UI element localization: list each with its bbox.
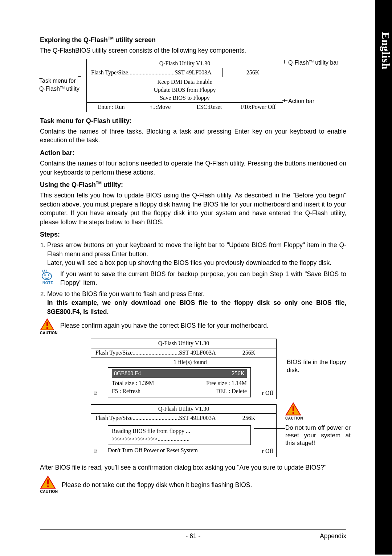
dont-turnoff-text: Don't Turn Off Power or Reset System [108, 446, 273, 454]
annotation-bios-file: BIOS file in the floppy disk. [287, 358, 348, 374]
svg-rect-9 [293, 412, 294, 414]
note-label: NOTE [40, 281, 56, 286]
svg-rect-6 [46, 322, 48, 326]
using-paragraph: This section tells you how to update BIO… [40, 191, 346, 226]
heading-task-menu: Task menu for Q-Flash utility: [40, 116, 346, 126]
qflash3-size: 256K [221, 414, 276, 422]
caution-icon [40, 318, 54, 331]
caution-label: CAUTION [40, 331, 56, 336]
diagram-1: Q-Flash Utility V1.30 Flash Type/Size...… [40, 59, 346, 112]
partial-text-left: E [94, 389, 98, 397]
qflash2-title: Q-Flash Utility V1.30 [91, 339, 276, 348]
qflash-title: Q-Flash Utility V1.30 [87, 59, 283, 68]
caution-label-3: CAUTION [40, 489, 58, 494]
note-save-bios: NOTE If you want to save the current BIO… [40, 270, 346, 287]
steps-list-cont: Move to the BIOS file you want to flash … [40, 290, 346, 316]
diagram-3: Q-Flash Utility V1.30 Flash Type/Size...… [91, 404, 312, 457]
task-menu-items: Keep DMI Data Enable Update BIOS from Fl… [87, 77, 283, 103]
svg-line-4 [44, 270, 45, 272]
after-read-paragraph: After BIOS file is read, you'll see a co… [40, 463, 346, 472]
qflash-screen-3: Q-Flash Utility V1.30 Flash Type/Size...… [91, 404, 277, 457]
progress-text: >>>>>>>>>>>>>>...................... [112, 435, 247, 443]
page-number: - 61 - [91, 532, 295, 540]
heading-steps: Steps: [40, 230, 346, 239]
annotation-do-not-turn-off: Do not turn off power or reset your syst… [285, 424, 351, 447]
heading-exploring: Exploring the Q-FlashTM utility screen [40, 36, 346, 45]
caution-icon [40, 475, 56, 489]
qflash3-type: Flash Type/Size.........................… [91, 414, 221, 422]
partial-text-right: r Off [262, 389, 273, 397]
files-found: 1 file(s) found [108, 358, 273, 367]
svg-point-1 [44, 274, 46, 276]
svg-line-3 [42, 270, 44, 273]
step-1: Press arrow buttons on your keyboard to … [47, 241, 346, 267]
diagram-2: Q-Flash Utility V1.30 Flash Type/Size...… [91, 339, 312, 399]
file-highlighted[interactable]: 8GE800.F4 256K [112, 369, 247, 378]
total-size: Total size : 1.39M [112, 379, 154, 387]
action-bar-items: Enter : Run ↑↓:Move ESC:Reset F10:Power … [87, 103, 283, 111]
language-tab-label: English [375, 32, 392, 70]
file-list-box: 8GE800.F4 256K Total size : 1.39M Free s… [108, 367, 251, 397]
reading-box: Reading BIOS file from floppy ... >>>>>>… [108, 425, 251, 445]
flash-type-size: Flash Type/Size.........................… [87, 68, 222, 77]
svg-point-2 [48, 274, 49, 276]
task-menu-paragraph: Contains the names of three tasks. Block… [40, 127, 346, 145]
qflash2-size: 256K [221, 348, 276, 357]
partial-text-left-3: E [94, 447, 98, 455]
action-bar-paragraph: Contains the names of four actions neede… [40, 159, 346, 177]
steps-list: Press arrow buttons on your keyboard to … [40, 241, 346, 267]
qflash2-type: Flash Type/Size.........................… [91, 348, 221, 357]
delete-hint: DEL : Delete [216, 387, 247, 395]
label-task-menu: Task menu forQ-FlashTM utility [39, 77, 83, 93]
svg-rect-11 [47, 486, 49, 487]
qflash3-title: Q-Flash Utility V1.30 [91, 405, 276, 414]
svg-rect-7 [46, 327, 48, 329]
language-tab: English [375, 0, 392, 555]
caution-icon [285, 402, 301, 416]
heading-using: Using the Q-FlashTM utility: [40, 180, 346, 189]
caution-floppy: CAUTION Please do not take out the flopp… [40, 475, 346, 494]
section-name: Appendix [295, 532, 346, 540]
file-name: 8GE800.F4 [114, 369, 141, 377]
qflash-screen-1: Q-Flash Utility V1.30 Flash Type/Size...… [86, 59, 283, 112]
svg-rect-10 [47, 479, 49, 484]
note-icon [40, 270, 54, 281]
heading-action-bar: Action bar: [40, 148, 346, 158]
flash-size: 256K [222, 68, 283, 77]
exploring-paragraph: The Q-FlashBIOS utility screen consists … [40, 46, 346, 55]
caution-label-2: CAUTION [285, 416, 303, 421]
step-2: Move to the BIOS file you want to flash … [47, 290, 346, 316]
qflash-screen-2: Q-Flash Utility V1.30 Flash Type/Size...… [91, 339, 277, 399]
file-size: 256K [232, 369, 245, 377]
page-footer: - 61 - Appendix [40, 529, 346, 540]
label-action-bar: Action bar [288, 97, 314, 105]
refresh-hint: F5 : Refresh [112, 387, 140, 395]
caution-confirm-file: CAUTION Please confirm again you have th… [40, 318, 346, 336]
label-utility-bar: Q-FlashTM utility bar [288, 59, 338, 67]
page-content: Exploring the Q-FlashTM utility screen T… [40, 32, 346, 494]
free-size: Free size : 1.14M [206, 379, 247, 387]
svg-rect-8 [293, 406, 294, 411]
reading-text: Reading BIOS file from floppy ... [112, 427, 247, 435]
partial-text-right-3: r Off [262, 447, 273, 455]
